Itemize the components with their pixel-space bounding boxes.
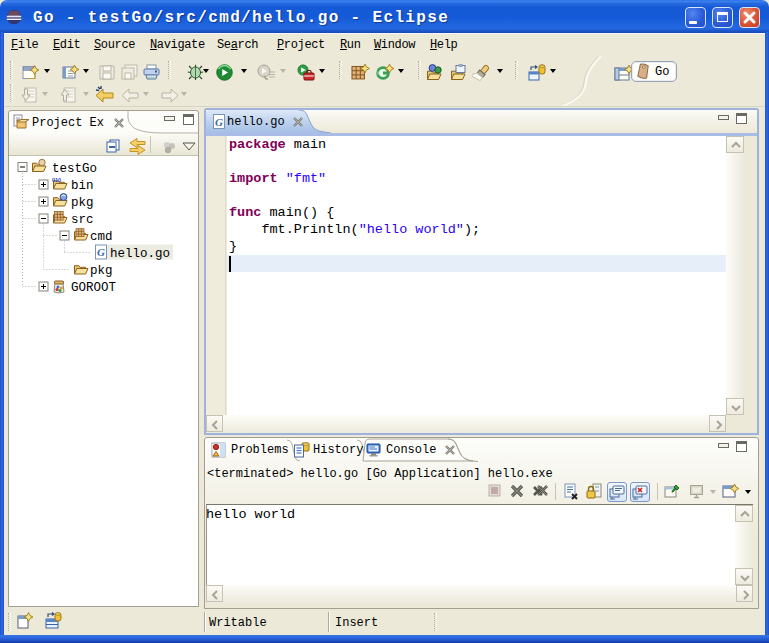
- svg-text:testGo: testGo: [52, 162, 97, 176]
- svg-text:pkg: pkg: [90, 264, 113, 278]
- svg-text:src: src: [71, 213, 94, 227]
- svg-text:bin: bin: [71, 179, 94, 193]
- svg-text:pkg: pkg: [71, 196, 94, 210]
- svg-text:cmd: cmd: [90, 230, 113, 244]
- svg-text:010: 010: [52, 177, 61, 183]
- svg-text:GOROOT: GOROOT: [71, 281, 117, 295]
- svg-text:hello.go: hello.go: [110, 247, 170, 261]
